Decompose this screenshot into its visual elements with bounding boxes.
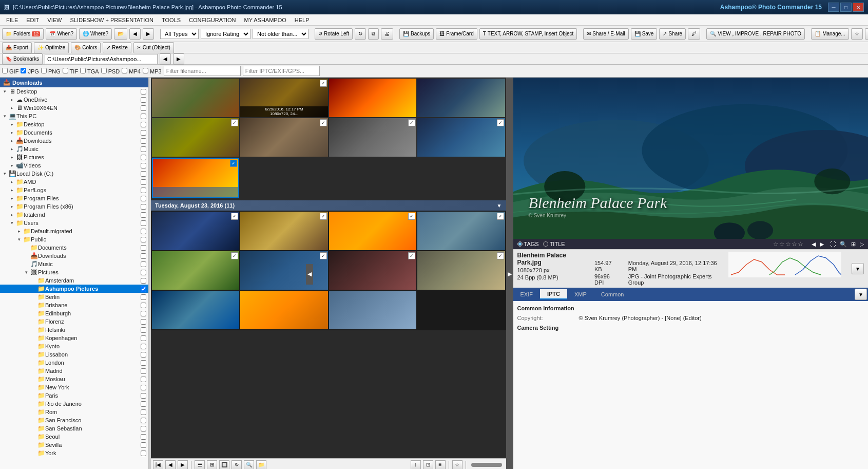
close-button[interactable]: ✕: [853, 3, 864, 12]
sidebar-item-moskau[interactable]: 📁Moskau: [0, 375, 148, 383]
sidebar-item-pub_music[interactable]: 🎵Music: [0, 260, 148, 268]
colors-button[interactable]: 🎨 Colors: [71, 42, 101, 53]
sidebar-item-pictures[interactable]: ▸🖼Pictures: [0, 153, 148, 161]
tree-check-localdisk[interactable]: [141, 171, 146, 177]
sidebar-item-florenz[interactable]: 📁Florenz: [0, 317, 148, 326]
tree-check-music[interactable]: [141, 146, 146, 152]
sidebar-item-downloads[interactable]: ▸📥Downloads: [0, 137, 148, 145]
sidebar-item-kyoto[interactable]: 📁Kyoto: [0, 342, 148, 350]
info-panel-expand[interactable]: ▼: [852, 263, 864, 274]
folders-button[interactable]: 📁 Folders 12: [2, 28, 44, 40]
nav-next-photo-button[interactable]: ▶: [178, 460, 188, 470]
sidebar-item-perflogs[interactable]: ▸📁PerfLogs: [0, 186, 148, 194]
tree-check-sevilla[interactable]: [141, 442, 146, 448]
tree-check-win10[interactable]: [141, 105, 146, 111]
sidebar-item-users[interactable]: ▾📁Users: [0, 219, 148, 227]
star-4[interactable]: ☆: [792, 240, 797, 248]
panel-collapse-right[interactable]: ▶: [506, 78, 513, 469]
sidebar-item-london[interactable]: 📁London: [0, 359, 148, 367]
mp4-checkbox[interactable]: [122, 68, 127, 73]
tree-check-videos[interactable]: [141, 163, 146, 168]
menu-slideshow[interactable]: SLIDESHOW + PRESENTATION: [66, 16, 157, 24]
tree-check-amsterdam[interactable]: [141, 278, 146, 284]
photo-thumb-3[interactable]: [329, 79, 416, 117]
tree-check-pub_pictures[interactable]: [141, 270, 146, 275]
photo-thumb-7[interactable]: ✓: [329, 118, 416, 157]
path-nav-prev[interactable]: ◀: [160, 53, 171, 65]
tree-check-berlin[interactable]: [141, 294, 146, 300]
path-nav-next[interactable]: ▶: [173, 53, 184, 65]
not-older-dropdown[interactable]: Not older than...: [253, 29, 308, 39]
nav-next-button[interactable]: ▶: [143, 28, 154, 40]
sidebar-item-ashampoo_pictures[interactable]: 📁Ashampoo Pictures: [0, 285, 148, 293]
manage-button[interactable]: 📋 Manage...: [811, 28, 848, 40]
photo-thumb-a9[interactable]: [152, 291, 239, 329]
browse-button[interactable]: 📂: [114, 28, 127, 40]
tree-check-pictures[interactable]: [141, 155, 146, 160]
nav-prev-photo-button[interactable]: ◀: [165, 460, 176, 470]
tree-check-york[interactable]: [141, 451, 146, 456]
title-radio[interactable]: TITLE: [543, 241, 565, 247]
photo-thumb-5[interactable]: ✓: [152, 118, 239, 157]
gif-checkbox-label[interactable]: GIF: [2, 68, 18, 74]
tree-check-thispc[interactable]: [141, 114, 146, 119]
menu-edit[interactable]: EDIT: [22, 16, 43, 24]
star-1[interactable]: ☆: [773, 240, 779, 248]
filename-filter[interactable]: [164, 66, 241, 76]
sidebar-item-kopenhagen[interactable]: 📁Kopenhagen: [0, 334, 148, 342]
png-checkbox[interactable]: [41, 68, 47, 73]
where-button[interactable]: 🌐 Where?: [79, 28, 112, 40]
photo-thumb-a5[interactable]: ✓: [152, 251, 239, 290]
tree-check-florenz[interactable]: [141, 319, 146, 325]
thumb-check-a3[interactable]: ✓: [408, 213, 415, 220]
tree-check-pub_downloads[interactable]: [141, 253, 146, 259]
tree-check-programfilesx86[interactable]: [141, 204, 146, 210]
backups-button[interactable]: 💾 Backups: [399, 28, 434, 40]
photo-thumb-a6[interactable]: ✓: [240, 251, 327, 290]
thumb-check-7[interactable]: ✓: [408, 119, 415, 126]
tree-check-totalcmd[interactable]: [141, 212, 146, 218]
fullscreen-icon[interactable]: ⛶: [830, 241, 836, 247]
sidebar-item-defaultmigrated[interactable]: ▸📁Default.migrated: [0, 227, 148, 235]
sidebar-item-paris[interactable]: 📁Paris: [0, 391, 148, 400]
sidebar-item-lissabon[interactable]: 📁Lissabon: [0, 350, 148, 359]
tree-check-kopenhagen[interactable]: [141, 335, 146, 341]
optimize-button[interactable]: ✨ Optimize: [34, 42, 69, 53]
photo-thumb-selected[interactable]: ✓: [152, 158, 239, 198]
tab-xmp[interactable]: XMP: [567, 290, 594, 299]
all-types-dropdown[interactable]: All Types: [160, 29, 199, 39]
tree-check-documents[interactable]: [141, 130, 146, 136]
sidebar-item-amd[interactable]: ▸📁AMD: [0, 178, 148, 186]
menu-file[interactable]: FILE: [2, 16, 22, 24]
sidebar-item-berlin[interactable]: 📁Berlin: [0, 293, 148, 301]
tree-check-pub_documents[interactable]: [141, 245, 146, 251]
metadata-dropdown[interactable]: ▼: [855, 289, 867, 300]
star-filter-button[interactable]: ☆: [452, 460, 462, 470]
sidebar-item-win10[interactable]: ▸🖥Win10X64EN: [0, 104, 148, 112]
tree-check-programfiles[interactable]: [141, 196, 146, 201]
unknown-btn4[interactable]: 📄: [865, 28, 868, 40]
sidebar-item-seoul[interactable]: 📁Seoul: [0, 433, 148, 441]
slideshow-icon[interactable]: ▷: [860, 241, 864, 248]
view-mode-icon[interactable]: ⊞: [851, 241, 856, 248]
sidebar-item-riodejaneiro[interactable]: 📁Rio de Janeiro: [0, 400, 148, 408]
save-button[interactable]: 💾 Save: [631, 28, 658, 40]
thumb-check-2[interactable]: ✓: [320, 80, 327, 87]
menu-help[interactable]: HELP: [291, 16, 314, 24]
maximize-button[interactable]: □: [840, 3, 852, 12]
tree-check-amd[interactable]: [141, 179, 146, 185]
photo-grid-scroll[interactable]: ✓ 8/29/2016, 12:17 PM1080x720, 24... ✓: [151, 78, 506, 458]
rating-stars[interactable]: ☆ ☆ ☆ ☆ ☆: [773, 240, 803, 248]
rotate-left-button[interactable]: ↺ Rotate Left: [315, 28, 353, 40]
view-improve-button[interactable]: 🔍 VIEW , IMPROVE , REPAIR PHOTO: [706, 28, 805, 40]
psd-checkbox-label[interactable]: PSD: [101, 68, 120, 74]
png-checkbox-label[interactable]: PNG: [41, 68, 61, 74]
sidebar-item-pub_pictures[interactable]: ▾🖼Pictures: [0, 268, 148, 276]
photo-thumb-2[interactable]: ✓ 8/29/2016, 12:17 PM1080x720, 24...: [240, 79, 327, 117]
sidebar-item-sansebastian[interactable]: 📁San Sebastian: [0, 424, 148, 433]
zoom-in-icon[interactable]: 🔍: [840, 241, 847, 248]
tree-check-lissabon[interactable]: [141, 352, 146, 358]
view-options-button[interactable]: ⊡: [423, 460, 433, 470]
rotate-right-button[interactable]: ↻: [355, 28, 366, 40]
thumb-check-a2[interactable]: ✓: [320, 213, 327, 220]
